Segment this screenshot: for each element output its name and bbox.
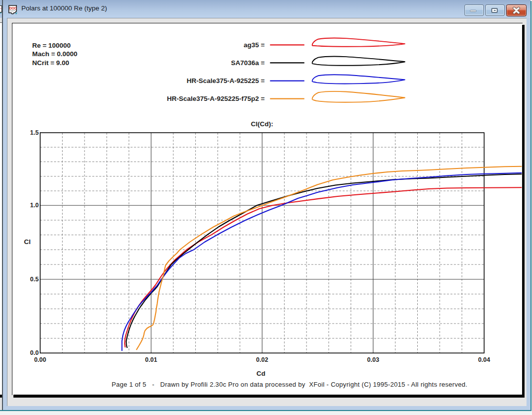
svg-text:1.5: 1.5 bbox=[30, 129, 39, 136]
svg-text:0.5: 0.5 bbox=[30, 276, 39, 283]
svg-text:Cl(Cd):: Cl(Cd): bbox=[251, 120, 273, 128]
svg-text:1.0: 1.0 bbox=[30, 202, 39, 209]
svg-text:0.01: 0.01 bbox=[145, 356, 157, 363]
svg-text:Cd: Cd bbox=[256, 370, 265, 377]
svg-text:Mach = 0.0000: Mach = 0.0000 bbox=[32, 50, 77, 58]
svg-text:Cl: Cl bbox=[24, 238, 31, 246]
svg-text:0.0: 0.0 bbox=[30, 349, 39, 356]
svg-text:0.03: 0.03 bbox=[367, 356, 379, 363]
svg-text:0.04: 0.04 bbox=[478, 356, 490, 363]
svg-text:Page 1 of 5 - Drawn by Pro: Page 1 of 5 - Drawn by Profili 2.30c Pro… bbox=[112, 381, 467, 388]
svg-text:Re = 100000: Re = 100000 bbox=[32, 42, 71, 49]
svg-text:0.00: 0.00 bbox=[34, 356, 46, 363]
svg-text:HR-Scale375-A-925225-f75p2 =: HR-Scale375-A-925225-f75p2 = bbox=[167, 95, 265, 102]
svg-text:NCrit = 9.00: NCrit = 9.00 bbox=[32, 59, 70, 67]
svg-text:ag35 =: ag35 = bbox=[244, 41, 265, 49]
svg-text:SA7036a =: SA7036a = bbox=[231, 59, 265, 67]
svg-text:HR-Scale375-A-925225 =: HR-Scale375-A-925225 = bbox=[187, 77, 265, 84]
svg-text:0.02: 0.02 bbox=[256, 356, 268, 363]
